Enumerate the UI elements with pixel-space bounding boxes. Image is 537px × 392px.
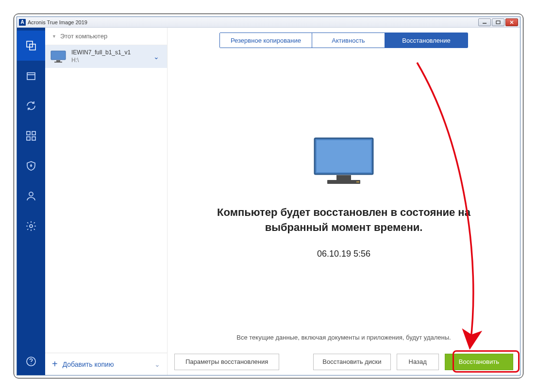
app-window: A Acronis True Image 2019 bbox=[17, 16, 520, 376]
left-nav bbox=[17, 28, 45, 375]
svg-rect-22 bbox=[327, 180, 360, 184]
collapse-icon: ▼ bbox=[52, 34, 56, 39]
titlebar: A Acronis True Image 2019 bbox=[17, 17, 520, 28]
backup-list-item[interactable]: IEWIN7_full_b1_s1_v1 H:\ ⌄ bbox=[45, 45, 167, 68]
back-button[interactable]: Назад bbox=[397, 354, 439, 370]
svg-rect-9 bbox=[32, 131, 35, 135]
svg-rect-16 bbox=[51, 51, 66, 60]
recovery-params-button[interactable]: Параметры восстановления bbox=[174, 354, 279, 370]
nav-tools-icon[interactable] bbox=[17, 121, 45, 151]
add-backup-button[interactable]: + Добавить копию ⌄ bbox=[45, 353, 167, 375]
svg-rect-6 bbox=[27, 73, 35, 80]
recovery-warning-text: Все текущие данные, включая документы и … bbox=[168, 334, 520, 341]
list-header-label: Этот компьютер bbox=[60, 33, 107, 40]
svg-point-12 bbox=[29, 192, 33, 196]
svg-rect-23 bbox=[356, 181, 359, 182]
monitor-illustration bbox=[310, 135, 378, 189]
chevron-down-icon[interactable]: ⌄ bbox=[151, 53, 162, 61]
svg-rect-8 bbox=[27, 131, 30, 135]
minimize-button[interactable] bbox=[478, 18, 491, 26]
nav-settings-icon[interactable] bbox=[17, 211, 45, 241]
window-title: Acronis True Image 2019 bbox=[28, 19, 478, 25]
backup-list-column: ▼ Этот компьютер IEWIN7_full_b1_s1_v1 H:… bbox=[45, 28, 168, 375]
monitor-icon bbox=[50, 50, 67, 64]
nav-archive-icon[interactable] bbox=[17, 61, 45, 91]
screenshot-frame: A Acronis True Image 2019 bbox=[14, 14, 523, 378]
footer-actions: Параметры восстановления Восстановить ди… bbox=[168, 348, 520, 375]
svg-rect-20 bbox=[317, 140, 371, 172]
maximize-button[interactable] bbox=[492, 18, 504, 26]
chevron-down-icon: ⌄ bbox=[154, 360, 160, 368]
recovery-headline: Компьютер будет восстановлен в состояние… bbox=[198, 205, 489, 235]
tab-row: Резервное копирование Активность Восстан… bbox=[168, 28, 520, 53]
nav-protection-icon[interactable] bbox=[17, 151, 45, 181]
add-backup-label: Добавить копию bbox=[63, 360, 114, 368]
recovery-timestamp: 06.10.19 5:56 bbox=[317, 249, 370, 259]
list-header[interactable]: ▼ Этот компьютер bbox=[45, 28, 167, 45]
body-area: ▼ Этот компьютер IEWIN7_full_b1_s1_v1 H:… bbox=[17, 28, 520, 375]
tab-activity[interactable]: Активность bbox=[312, 33, 385, 48]
app-icon: A bbox=[19, 19, 26, 26]
nav-account-icon[interactable] bbox=[17, 181, 45, 211]
nav-sync-icon[interactable] bbox=[17, 91, 45, 121]
tab-backup[interactable]: Резервное копирование bbox=[220, 33, 312, 48]
window-controls bbox=[478, 18, 518, 26]
content-area: Компьютер будет восстановлен в состояние… bbox=[168, 53, 520, 348]
backup-item-name: IEWIN7_full_b1_s1_v1 bbox=[71, 49, 146, 57]
svg-rect-18 bbox=[54, 62, 62, 63]
restore-disks-button[interactable]: Восстановить диски bbox=[313, 354, 390, 370]
main-panel: Резервное копирование Активность Восстан… bbox=[168, 28, 520, 375]
svg-rect-21 bbox=[336, 175, 351, 180]
svg-rect-1 bbox=[496, 21, 500, 24]
svg-rect-10 bbox=[27, 137, 30, 140]
svg-rect-11 bbox=[32, 137, 35, 140]
svg-point-13 bbox=[30, 225, 33, 228]
backup-item-texts: IEWIN7_full_b1_s1_v1 H:\ bbox=[71, 49, 146, 64]
svg-point-15 bbox=[31, 363, 32, 364]
close-button[interactable] bbox=[505, 18, 518, 26]
nav-help-icon[interactable] bbox=[17, 348, 45, 375]
restore-button[interactable]: Восстановить bbox=[445, 354, 513, 370]
svg-rect-17 bbox=[56, 60, 60, 62]
plus-icon: + bbox=[52, 359, 58, 370]
tab-recovery[interactable]: Восстановление bbox=[385, 33, 468, 48]
nav-backup-icon[interactable] bbox=[17, 31, 45, 61]
backup-item-location: H:\ bbox=[71, 57, 146, 65]
tabs: Резервное копирование Активность Восстан… bbox=[219, 33, 468, 48]
